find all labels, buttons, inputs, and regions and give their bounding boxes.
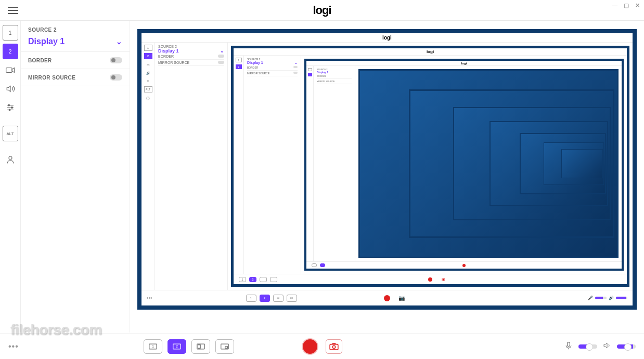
n3-m: MIRROR SOURCE — [317, 80, 334, 83]
nested-rail: 1 2 ▭ 🔊 ≡ ALT ◯ — [141, 43, 155, 290]
svg-point-14 — [332, 345, 335, 348]
n3-panel: SOURCE 2 Display 1 BORDER MIRROR SOURCE — [314, 66, 355, 261]
svg-point-3 — [9, 109, 10, 111]
nested2-preview: logi SOU — [301, 56, 627, 274]
n2-i1 — [235, 71, 243, 75]
scene-2-button[interactable]: 2 — [168, 339, 186, 354]
nested-bottombar: ••• 1 2 ⊞ ⊡ 📷 🎤 🔊 — [141, 290, 633, 305]
record-button[interactable] — [302, 338, 318, 355]
n3-prev — [355, 66, 622, 261]
n2-r2: 2 — [236, 64, 242, 69]
n2-mirror: MIRROR SOURCE — [247, 72, 269, 75]
nested-spk-vol — [616, 297, 627, 299]
scene-1-button[interactable]: 1 — [144, 339, 162, 354]
speaker-volume-slider[interactable] — [617, 344, 636, 349]
border-row: BORDER — [21, 52, 130, 69]
more-dots-icon[interactable]: ••• — [8, 342, 19, 351]
sliders-icon[interactable] — [3, 100, 18, 115]
user-icon[interactable] — [3, 152, 18, 167]
n3-r1 — [308, 68, 312, 71]
n3-rail — [306, 66, 314, 261]
svg-rect-13 — [330, 344, 338, 350]
n3-rec — [462, 264, 466, 267]
record-controls — [302, 338, 342, 355]
svg-text:1: 1 — [152, 344, 154, 348]
minimize-button[interactable]: — — [612, 2, 617, 9]
source-number-label: SOURCE 2 — [21, 27, 130, 35]
nested-scene-3: ⊞ — [273, 295, 284, 302]
source-title-row[interactable]: Display 1 ⌄ — [21, 35, 130, 52]
nested-record — [384, 295, 390, 301]
nested-scene-2: 2 — [260, 295, 270, 302]
menu-hamburger-icon[interactable] — [8, 7, 18, 14]
n3-b: BORDER — [317, 75, 326, 77]
preview-area: logi 1 2 ▭ 🔊 ≡ ALT ◯ SOURCE 2 Display 1⌄ — [130, 21, 644, 333]
nested-mirror: MIRROR SOURCE — [158, 61, 189, 64]
n2-border: BORDER — [247, 66, 258, 69]
svg-point-1 — [8, 104, 9, 106]
maximize-button[interactable]: ▢ — [624, 2, 629, 9]
n2-s1: 1 — [239, 277, 246, 282]
nested-source-label: SOURCE 2 — [158, 45, 224, 48]
nested2-panel: SOURCE 2 Display 1⌄ BORDER MIRROR SOURCE — [244, 56, 301, 274]
nested2-bottom: 1 2 ▣ — [234, 274, 627, 284]
close-button[interactable]: ✕ — [635, 2, 640, 9]
n3-r2 — [308, 73, 312, 76]
n2-s3 — [260, 277, 267, 282]
n2-cam: ▣ — [442, 277, 445, 282]
nested-cam-icon: ▭ — [144, 61, 152, 68]
bottom-bar: ••• 1 2 — [0, 333, 644, 359]
n2-title: Display 1 — [247, 61, 263, 65]
svg-rect-0 — [6, 68, 11, 73]
mirror-source-toggle[interactable] — [110, 74, 122, 81]
n3-logo: logi — [306, 61, 622, 66]
audio-controls — [564, 341, 636, 352]
n2-i3 — [235, 84, 243, 88]
nested-rail-2: 2 — [144, 53, 152, 59]
nested-rail-1: 1 — [144, 45, 152, 51]
output-speaker-icon[interactable] — [602, 341, 612, 352]
svg-rect-12 — [225, 347, 228, 348]
source-panel: SOURCE 2 Display 1 ⌄ BORDER MIRROR SOURC… — [21, 21, 130, 333]
nested-scene-4: ⊡ — [287, 295, 297, 302]
rail-source-2[interactable]: 2 — [3, 44, 18, 59]
nested-alt: ALT — [144, 86, 152, 92]
n2-s4 — [270, 277, 277, 282]
svg-rect-15 — [568, 342, 570, 346]
scene-4-button[interactable] — [215, 339, 234, 354]
source-title: Display 1 — [28, 37, 65, 46]
nested-snapshot: 📷 — [398, 295, 405, 301]
display-preview[interactable]: logi 1 2 ▭ 🔊 ≡ ALT ◯ SOURCE 2 Display 1⌄ — [137, 29, 637, 310]
scene-selector: 1 2 — [144, 339, 234, 354]
nested-preview: logi 1 2 — [228, 43, 633, 290]
mic-volume-slider[interactable] — [578, 344, 597, 349]
nested-mic-vol — [595, 297, 607, 299]
app-logo: logi — [313, 4, 331, 17]
title-bar: logi — ▢ ✕ — [0, 0, 644, 21]
n2-r1: 1 — [236, 58, 242, 62]
left-rail: 1 2 ALT — [0, 21, 21, 333]
speaker-icon[interactable] — [3, 81, 18, 97]
camera-icon[interactable] — [3, 62, 18, 78]
mirror-label: MIRROR SOURCE — [28, 75, 75, 81]
nested-source-title: Display 1 — [158, 48, 179, 54]
nested-mic-icon: 🎤 — [588, 296, 593, 300]
main-area: 1 2 ALT SOURCE 2 Display 1 ⌄ BORDER MIRR… — [0, 21, 644, 333]
svg-point-2 — [11, 107, 12, 109]
n2-s2: 2 — [249, 277, 256, 282]
scene-3-button[interactable] — [191, 339, 210, 354]
nested-spk-icon: 🔊 — [609, 296, 614, 300]
border-toggle[interactable] — [110, 57, 122, 63]
n3-s2 — [320, 263, 325, 267]
n3-bottom — [306, 261, 622, 269]
rail-alt-button[interactable]: ALT — [3, 126, 18, 141]
n2-i2 — [235, 77, 243, 82]
mirror-row: MIRROR SOURCE — [21, 69, 130, 86]
snapshot-button[interactable] — [326, 339, 342, 354]
n3-title: Display 1 — [317, 71, 328, 74]
rail-source-1[interactable]: 1 — [3, 25, 18, 41]
nested2-rail: 1 2 — [234, 56, 244, 274]
mic-icon[interactable] — [564, 341, 573, 352]
nested-speaker-icon: 🔊 — [144, 70, 152, 76]
nested-dots: ••• — [147, 295, 152, 301]
